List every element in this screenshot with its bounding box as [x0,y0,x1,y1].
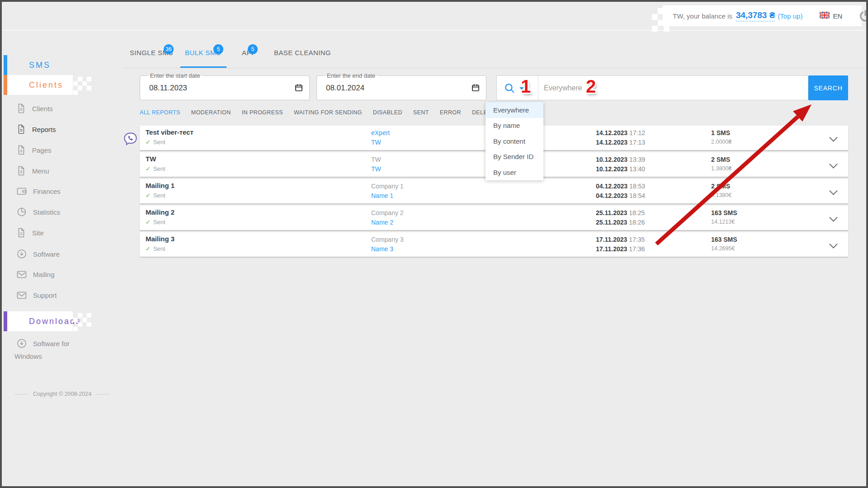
sidebar-section-clients[interactable]: Clients [4,75,73,95]
report-date-start: 10.12.2023 13:39 [596,156,645,163]
report-sender-link[interactable]: TW [371,165,381,173]
report-amount: 14.2695€ [711,245,735,252]
sidebar-item-support[interactable]: Support [17,290,57,300]
report-amount: 1.3800₴ [711,165,731,172]
report-sender-link[interactable]: TW [371,139,381,146]
sidebar-item-clients[interactable]: Clients [17,103,53,114]
tab-bulk-sms-badge: 5 [213,44,223,54]
calendar-icon[interactable] [294,83,303,94]
logout-power-icon[interactable] [859,9,868,23]
language-selector[interactable]: EN [820,12,842,20]
start-date-field[interactable]: Enter the start date 08.11.2023 [140,75,310,100]
status-tab-moderation[interactable]: MODERATION [191,109,231,116]
envelope-icon [17,271,27,278]
sidebar-item-site[interactable]: Site [17,227,44,238]
sidebar-item-pages[interactable]: Pages [17,145,52,155]
end-date-field[interactable]: Enter the end date 08.01.2024 [316,75,486,100]
report-sms-count: 2 SMS [711,156,730,163]
search-scope-icon[interactable] [504,82,515,96]
sidebar-item-label: Software [33,250,60,258]
sidebar-item-label: Support [33,291,57,299]
sidebar-item-label: Finances [33,188,61,195]
report-company: Company 3 [371,236,404,243]
chevron-down-icon[interactable] [829,160,837,168]
dropdown-item-by-name[interactable]: By name [486,118,543,134]
sidebar-item-label: Mailing [33,271,55,278]
status-tab-waiting[interactable]: WAITING FOR SENDING [294,109,362,116]
dropdown-item-everywhere[interactable]: Everywhere [486,102,543,118]
report-status: ✓Sent [146,165,165,172]
tab-api-badge: 5 [248,44,258,54]
report-title: Mailing 1 [146,182,175,189]
report-company: Company 1 [371,183,404,190]
report-sender-link[interactable]: Name 1 [371,192,393,199]
status-text: Sent [153,192,165,199]
document-icon [17,103,26,113]
viber-icon [123,131,138,148]
sidebar-item-software-for-windows[interactable]: Software for [17,338,70,349]
status-tab-all-reports[interactable]: ALL REPORTS [140,109,180,116]
report-title: Test viber-тест [146,128,193,136]
report-status: ✓Sent [146,219,165,225]
sidebar-item-finances[interactable]: Finances [17,186,61,197]
copyright-text: Copyright © 2008-2024 [33,391,91,397]
report-sms-count: 2 SMS [711,183,730,190]
report-company-link[interactable]: eXpert [371,129,390,136]
chevron-down-icon[interactable] [829,213,837,221]
download-icon [17,338,27,348]
status-tab-disabled[interactable]: DISABLED [373,109,402,116]
report-status: ✓Sent [146,139,165,145]
sidebar-item-menu[interactable]: Menu [17,165,49,176]
end-date-value[interactable]: 08.01.2024 [326,76,364,100]
report-row[interactable]: Mailing 2 ✓Sent Company 2 Name 2 25.11.2… [140,206,848,230]
language-label: EN [833,12,842,20]
report-row[interactable]: Mailing 3 ✓Sent Company 3 Name 3 17.11.2… [140,232,848,257]
status-tab-sent[interactable]: SENT [413,109,429,116]
annotation-step-1: 1 [521,77,531,95]
sidebar-section-downloads[interactable]: Downloads [4,311,73,331]
report-date-start: 04.12.2023 18:53 [596,183,645,190]
chevron-down-icon[interactable] [829,187,837,195]
sidebar-item-label: Site [32,229,44,237]
chevron-down-icon[interactable] [829,240,837,248]
balance-amount[interactable]: 34,3783 ₴ [736,10,775,22]
tabs-divider [123,68,866,68]
sidebar-item-mailing[interactable]: Mailing [17,269,55,280]
status-tab-error[interactable]: ERROR [440,109,461,116]
search-scope-placeholder[interactable]: Everywhere [544,76,582,100]
report-sender-link[interactable]: Name 3 [371,245,393,253]
search-button[interactable]: SEARCH [808,75,848,100]
dropdown-item-by-sender-id[interactable]: By Sender ID [486,149,543,165]
status-tab-in-progress[interactable]: IN PROGRESS [242,109,283,116]
wallet-icon [17,187,27,195]
report-status-tabs: ALL REPORTS MODERATION IN PROGRESS WAITI… [140,109,534,116]
dropdown-item-by-user[interactable]: By user [486,164,543,180]
document-icon [17,228,26,238]
annotation-step-2: 2 [586,77,596,95]
search-field[interactable]: Everywhere [496,75,808,100]
sidebar-item-reports[interactable]: Reports [17,124,56,135]
document-icon [17,124,26,134]
start-date-value[interactable]: 08.11.2023 [149,76,187,100]
report-date-end: 25.11.2023 18:26 [596,219,645,226]
section-label-sms: SMS [29,61,51,70]
report-date-end: 17.11.2023 17:36 [596,245,645,253]
calendar-icon[interactable] [471,83,480,94]
chevron-down-icon[interactable] [829,133,837,141]
app-window: TW, your balance is 34,3783 ₴ (Top up) E… [0,0,868,488]
report-sender-link[interactable]: Name 2 [371,219,393,226]
top-bar: TW, your balance is 34,3783 ₴ (Top up) E… [2,2,866,31]
sidebar-item-statistics[interactable]: Statistics [17,206,60,217]
sidebar-section-sms[interactable]: SMS [4,55,51,75]
dropdown-item-by-content[interactable]: By content [486,133,543,149]
check-icon: ✓ [146,192,151,199]
pixel-decoration [73,318,78,322]
report-amount: 14.1213€ [711,219,735,225]
sidebar-item-label-line2[interactable]: Windows [14,352,42,360]
sidebar-item-software[interactable]: Software [17,249,60,259]
report-row[interactable]: Mailing 1 ✓Sent Company 1 Name 1 04.12.2… [140,179,848,203]
sidebar-item-label: Pages [32,146,52,154]
tab-base-cleaning[interactable]: BASE CLEANING [274,49,331,56]
report-company: Company 2 [371,209,404,216]
topup-link[interactable]: (Top up) [778,12,802,20]
